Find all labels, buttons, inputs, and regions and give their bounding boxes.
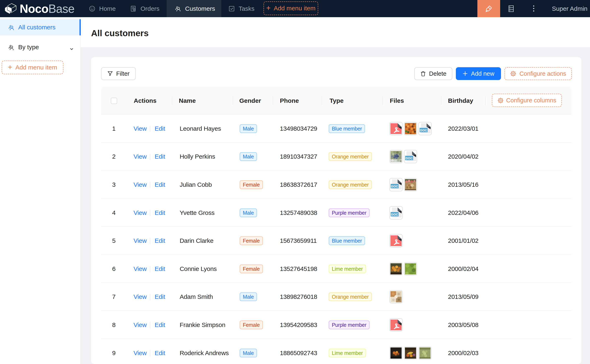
svg-text:DOC: DOC: [391, 184, 398, 188]
svg-text:DOC: DOC: [405, 156, 413, 160]
svg-text:DOC: DOC: [420, 128, 427, 132]
svg-text:DOC: DOC: [391, 212, 398, 216]
